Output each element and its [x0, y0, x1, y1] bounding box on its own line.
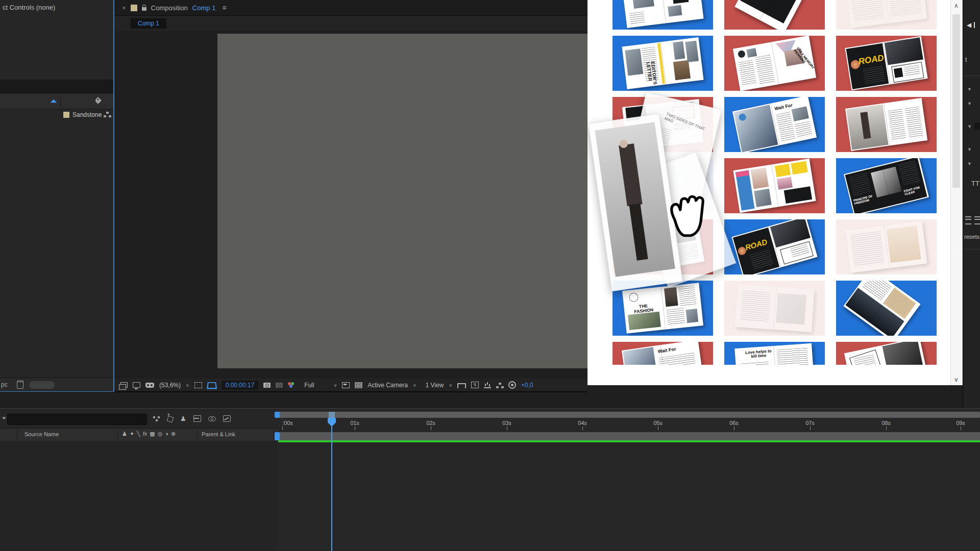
dropdown-icon[interactable]: ▼: [967, 161, 972, 166]
collapse-column-icon[interactable]: ✦: [130, 431, 134, 437]
scrollbar-thumb[interactable]: [952, 14, 960, 188]
library-item[interactable]: Wait For: [612, 342, 713, 365]
timeline-graph-area[interactable]: :00s 01s 02s 03s 04s 05s 06s 07s 08s 09s: [278, 409, 980, 551]
view-layout-value[interactable]: 1 View: [426, 382, 444, 389]
graph-editor-icon[interactable]: [223, 415, 231, 422]
dropdown-icon[interactable]: ▼: [967, 147, 972, 152]
lock-icon[interactable]: [142, 7, 146, 11]
scroll-down-icon[interactable]: ∨: [951, 374, 962, 385]
library-item[interactable]: [724, 281, 825, 336]
library-item[interactable]: ONLY MEMORY REMAINS: [724, 36, 825, 91]
library-item[interactable]: [836, 342, 937, 365]
channel-icon[interactable]: [288, 382, 296, 388]
time-navigator-bar[interactable]: [278, 432, 980, 440]
paragraph-align-icon[interactable]: [965, 216, 971, 224]
work-area-start-handle[interactable]: [275, 412, 280, 418]
library-item[interactable]: [836, 281, 937, 336]
dropdown-icon[interactable]: ▼: [967, 87, 972, 92]
library-item[interactable]: THE FASHION LEGACY: [612, 281, 713, 336]
fx-column-icon[interactable]: fx: [143, 431, 148, 437]
panel-menu-icon[interactable]: ≡: [222, 4, 226, 12]
work-area-bar[interactable]: [278, 412, 980, 418]
current-time-display[interactable]: 0:00:00:17: [222, 381, 259, 390]
source-name-column[interactable]: Source Name: [24, 431, 59, 437]
timeline-graph-icon[interactable]: [484, 382, 491, 388]
parent-link-column[interactable]: Parent & Link: [202, 431, 235, 437]
library-item[interactable]: [724, 0, 825, 30]
collapse-panel-icon[interactable]: ◀: [967, 21, 974, 29]
comp-mini-flowchart-icon[interactable]: [153, 416, 160, 421]
close-icon[interactable]: ×: [122, 4, 126, 12]
library-item[interactable]: [836, 97, 937, 152]
always-preview-icon[interactable]: [120, 382, 128, 388]
frame-blending-icon[interactable]: [193, 415, 201, 422]
resolution-value[interactable]: Full: [304, 382, 314, 389]
library-item[interactable]: EDITOR'S LETTER: [612, 36, 713, 91]
library-item[interactable]: ROAD: [836, 36, 937, 91]
library-item[interactable]: [836, 0, 937, 30]
comp-nav-chip[interactable]: Comp 1: [131, 18, 166, 29]
library-item[interactable]: [612, 0, 713, 30]
quality-column-icon[interactable]: ╲: [137, 431, 140, 437]
label-color-swatch[interactable]: [63, 112, 69, 118]
exposure-reset-icon[interactable]: [508, 381, 516, 389]
library-item[interactable]: PRINCIPE OF FREEDOM FIGHT FOR CLEAR: [836, 158, 937, 213]
motion-blur-icon[interactable]: [208, 416, 216, 421]
timeline-menu-icon[interactable]: [2, 417, 6, 420]
library-item[interactable]: [612, 158, 713, 213]
library-item[interactable]: Love helps to kill time: [724, 342, 825, 365]
magnification-value[interactable]: (53,6%): [159, 382, 181, 389]
3d-column-icon[interactable]: ⊕: [171, 431, 176, 437]
view-layout-chevron-icon[interactable]: ∨: [449, 383, 452, 388]
transparency-grid-icon[interactable]: [355, 382, 362, 388]
timeline-search-input[interactable]: [7, 414, 147, 425]
panel-title[interactable]: Composition: [151, 4, 188, 12]
show-snapshot-icon[interactable]: [276, 383, 283, 388]
scrollbar-thumb-horizontal[interactable]: [29, 381, 55, 389]
shy-column-icon[interactable]: ♟: [122, 431, 127, 437]
grid-guides-icon[interactable]: [207, 382, 217, 388]
mini-flowchart-icon[interactable]: [496, 383, 503, 389]
draft-3d-icon[interactable]: [166, 415, 174, 422]
composition-view[interactable]: [217, 34, 587, 368]
playhead-handle[interactable]: [328, 418, 336, 427]
camera-chevron-icon[interactable]: ∨: [413, 383, 416, 388]
adjustment-column-icon[interactable]: ◑: [165, 431, 168, 437]
trash-icon[interactable]: [17, 381, 23, 389]
primary-viewer-icon[interactable]: [133, 382, 140, 388]
dropdown-icon[interactable]: ▼: [967, 101, 972, 106]
region-of-interest-icon[interactable]: [194, 382, 202, 388]
library-item[interactable]: MELODY HEARTS: [612, 97, 713, 152]
effect-controls-tab[interactable]: ct Controls (none): [3, 4, 55, 11]
exposure-value[interactable]: +0,0: [521, 382, 533, 389]
character-panel-fragment[interactable]: TT: [971, 180, 979, 187]
active-comp-name[interactable]: Comp 1: [192, 4, 216, 12]
library-item[interactable]: Wait For: [724, 97, 825, 152]
pixel-aspect-icon[interactable]: [457, 383, 466, 388]
paragraph-align-icon[interactable]: [974, 216, 980, 224]
frame-blend-column-icon[interactable]: ▦: [150, 431, 155, 437]
fast-previews-icon[interactable]: ↯: [471, 382, 479, 388]
magnification-chevron-icon[interactable]: ∨: [186, 383, 189, 388]
vr-view-icon[interactable]: [145, 383, 154, 388]
target-region-icon[interactable]: [342, 382, 350, 388]
scroll-up-icon[interactable]: ∧: [951, 0, 962, 11]
sort-ascending-icon[interactable]: [51, 99, 57, 103]
label-column-tag-icon[interactable]: [94, 97, 102, 104]
camera-view-value[interactable]: Active Camera: [368, 382, 408, 389]
navigator-start-handle[interactable]: [275, 432, 280, 440]
dropdown-icon[interactable]: ▼: [967, 124, 972, 129]
effects-presets-tab-fragment[interactable]: resets: [964, 234, 979, 240]
bit-depth-fragment[interactable]: pc: [1, 381, 8, 388]
snapshot-icon[interactable]: [263, 383, 271, 388]
library-item[interactable]: [724, 158, 825, 213]
library-item[interactable]: [612, 219, 713, 274]
layer-list-empty[interactable]: [0, 441, 277, 551]
shy-layers-icon[interactable]: ♟: [180, 415, 186, 422]
motion-blur-column-icon[interactable]: ◎: [158, 431, 163, 437]
library-scrollbar[interactable]: ∧ ∨: [950, 0, 962, 385]
resolution-chevron-icon[interactable]: ∨: [334, 383, 337, 388]
playhead-line[interactable]: [331, 426, 332, 551]
library-item[interactable]: [836, 219, 937, 274]
library-item[interactable]: ROAD: [724, 219, 825, 274]
